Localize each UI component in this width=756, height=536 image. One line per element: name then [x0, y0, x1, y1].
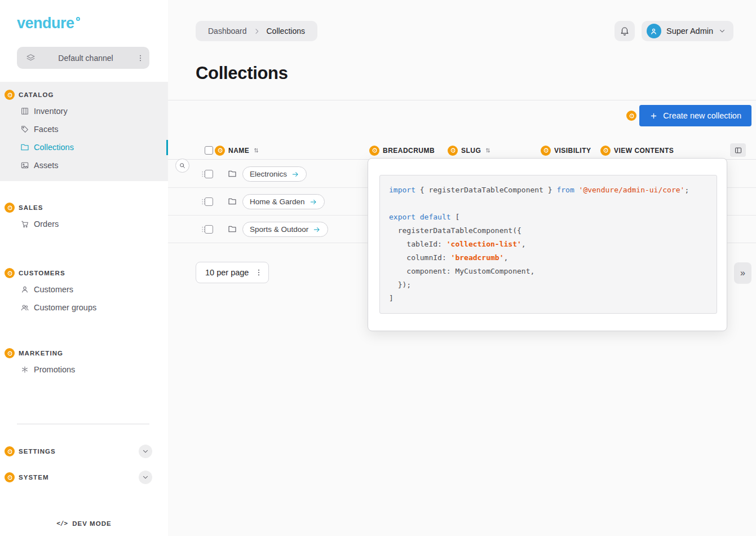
nav-section-label-sales: SALES — [19, 204, 43, 211]
dev-mode-toggle[interactable]: </> DEV MODE — [0, 520, 168, 527]
extension-point-badge[interactable] — [369, 146, 379, 156]
create-button-label: Create new collection — [663, 111, 741, 120]
arrow-right-icon — [291, 170, 299, 178]
collection-name: Home & Garden — [250, 197, 305, 206]
nav-section-customers: CUSTOMERS Customers Customer groups — [0, 266, 168, 317]
notifications-button[interactable] — [614, 21, 635, 41]
bell-icon — [620, 26, 630, 36]
nav-section-label-catalog: CATALOG — [19, 91, 54, 98]
extension-point-badge[interactable] — [541, 146, 551, 156]
arrow-right-icon — [310, 198, 317, 206]
chevron-down-icon[interactable] — [139, 445, 152, 458]
extension-point-badge[interactable] — [5, 348, 15, 358]
sort-icon[interactable] — [253, 147, 260, 154]
column-header-label: VIEW CONTENTS — [614, 147, 674, 155]
sidebar-item-promotions[interactable]: Promotions — [0, 361, 168, 379]
row-checkbox[interactable] — [205, 170, 213, 178]
vendure-logo-text: vendure — [17, 15, 74, 32]
nav-section-catalog: CATALOG Inventory Facets Collections — [0, 82, 168, 181]
nav-item-label: Customer groups — [34, 303, 96, 312]
nav-item-label: Inventory — [34, 107, 68, 116]
sidebar-nav: CATALOG Inventory Facets Collections — [0, 82, 168, 486]
sidebar-item-facets[interactable]: Facets — [0, 120, 168, 138]
nav-section-header-settings[interactable]: SETTINGS — [0, 442, 168, 460]
sidebar-item-assets[interactable]: Assets — [0, 156, 168, 174]
breadcrumb: Dashboard Collections — [196, 21, 317, 41]
table-header: NAME BREADCRUMB SLUG VISIBILITY VIEW CON… — [168, 141, 756, 160]
next-page-button[interactable]: » — [734, 262, 751, 284]
collection-link-chip[interactable]: Sports & Outdoor — [242, 222, 328, 237]
channel-selector[interactable]: Default channel — [17, 47, 149, 69]
kebab-menu-icon[interactable] — [254, 268, 263, 277]
nav-section-sales: SALES Orders — [0, 200, 168, 233]
avatar — [647, 24, 661, 38]
sidebar-item-customer-groups[interactable]: Customer groups — [0, 298, 168, 317]
nav-section-label-marketing: MARKETING — [19, 350, 63, 357]
nav-item-label: Collections — [34, 143, 74, 152]
column-header-slug[interactable]: SLUG — [448, 141, 492, 160]
extension-point-badge[interactable] — [626, 111, 636, 121]
extension-point-badge[interactable] — [448, 146, 458, 156]
nav-section-header-system[interactable]: SYSTEM — [0, 468, 168, 486]
extension-point-badge[interactable] — [600, 146, 611, 156]
image-icon — [20, 161, 29, 170]
kebab-menu-icon[interactable] — [136, 54, 145, 63]
folder-icon — [228, 225, 237, 234]
user-name: Super Admin — [666, 27, 713, 36]
extension-point-badge[interactable] — [5, 203, 15, 213]
column-header-breadcrumb[interactable]: BREADCRUMB — [369, 141, 435, 160]
breadcrumb-item-dashboard[interactable]: Dashboard — [208, 27, 247, 36]
chevron-down-icon[interactable] — [139, 471, 152, 484]
extension-point-badge[interactable] — [5, 446, 15, 456]
row-checkbox[interactable] — [205, 197, 213, 206]
collection-name: Electronics — [250, 170, 287, 178]
nav-section-label-system: SYSTEM — [19, 474, 49, 481]
users-icon — [20, 303, 29, 312]
sidebar-item-orders[interactable]: Orders — [0, 215, 168, 233]
tag-icon — [20, 125, 29, 134]
row-checkbox[interactable] — [205, 225, 213, 234]
column-header-label: BREADCRUMB — [383, 147, 435, 155]
extension-point-badge[interactable] — [5, 472, 15, 482]
items-per-page-label: 10 per page — [205, 268, 249, 277]
actions-row: Create new collection — [626, 105, 751, 126]
sort-icon[interactable] — [484, 147, 492, 154]
dev-mode-label: DEV MODE — [72, 520, 112, 527]
collection-link-chip[interactable]: Home & Garden — [242, 194, 325, 209]
extension-point-badge[interactable] — [5, 268, 15, 278]
column-header-label: VISIBILITY — [554, 147, 591, 155]
column-header-visibility[interactable]: VISIBILITY — [541, 141, 591, 160]
search-icon — [179, 162, 186, 169]
collection-link-chip[interactable]: Electronics — [242, 166, 307, 182]
nav-section-settings: SETTINGS — [0, 442, 168, 460]
sidebar-divider — [17, 424, 149, 424]
nav-section-header-catalog: CATALOG — [0, 87, 168, 102]
sidebar-item-inventory[interactable]: Inventory — [0, 102, 168, 120]
breadcrumb-item-collections[interactable]: Collections — [267, 27, 305, 36]
nav-section-label-settings: SETTINGS — [19, 448, 56, 455]
items-per-page-select[interactable]: 10 per page — [196, 262, 269, 283]
nav-section-header-marketing: MARKETING — [0, 346, 168, 361]
topbar-right: Super Admin — [614, 21, 733, 41]
column-header-view-contents[interactable]: VIEW CONTENTS — [600, 141, 674, 160]
column-settings-button[interactable] — [730, 143, 746, 157]
folder-icon — [228, 169, 237, 178]
nav-item-label: Facets — [34, 125, 59, 134]
nav-item-label: Customers — [34, 285, 73, 294]
sidebar-item-collections[interactable]: Collections — [0, 138, 168, 156]
page-divider — [168, 100, 756, 100]
nav-section-label-customers: CUSTOMERS — [19, 270, 65, 276]
select-all-checkbox[interactable] — [205, 146, 213, 155]
user-menu-button[interactable]: Super Admin — [642, 21, 733, 41]
columns-icon — [734, 146, 742, 155]
vendure-admin-app: vendure Default channel CATALOG Inventor… — [0, 0, 756, 536]
collection-name: Sports & Outdoor — [250, 225, 308, 234]
main-content: Dashboard Collections Super Admin Collec… — [168, 0, 756, 536]
extension-point-badge[interactable] — [5, 90, 15, 100]
vendure-logo-ring-icon — [76, 17, 80, 21]
create-new-collection-button[interactable]: Create new collection — [639, 105, 751, 126]
column-header-name[interactable]: NAME — [215, 141, 260, 160]
extension-point-badge[interactable] — [215, 146, 225, 156]
search-button[interactable] — [175, 159, 189, 173]
sidebar-item-customers[interactable]: Customers — [0, 280, 168, 298]
